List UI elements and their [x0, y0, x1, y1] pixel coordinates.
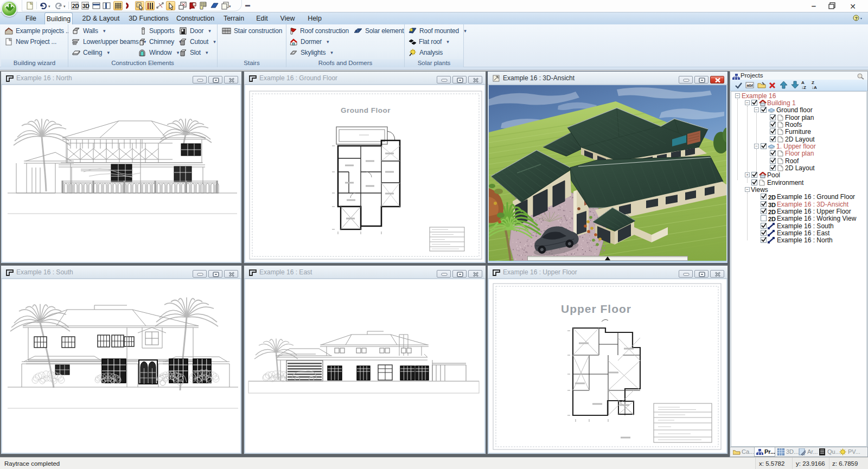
svg-text:3D: 3D: [82, 3, 90, 9]
svg-text:Upper Floor: Upper Floor: [561, 303, 631, 315]
svg-text:?: ?: [855, 16, 858, 21]
svg-text:abl: abl: [747, 83, 754, 88]
svg-text:2D: 2D: [72, 3, 79, 9]
svg-text:Ground Floor: Ground Floor: [341, 106, 391, 114]
